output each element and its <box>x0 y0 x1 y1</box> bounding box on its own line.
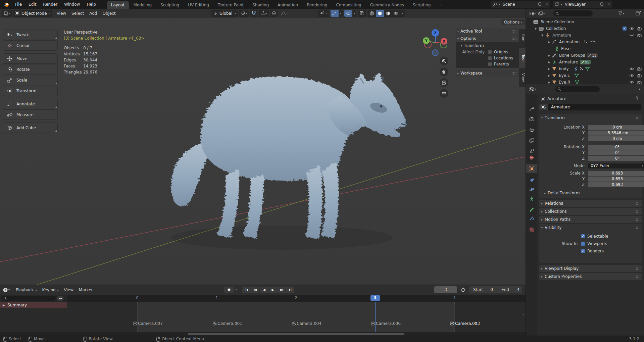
show-gizmo-toggle[interactable] <box>331 10 339 17</box>
jump-to-start-button[interactable]: |◀ <box>242 287 251 293</box>
menu-file[interactable]: File <box>12 0 25 9</box>
workspace-tab-sculpting[interactable]: Sculpting <box>156 1 184 9</box>
disable-render-icon[interactable] <box>637 34 642 37</box>
grip-icon[interactable] <box>634 218 640 221</box>
previous-keyframe-button[interactable]: ◀◆ <box>251 287 259 293</box>
current-frame-field[interactable]: 3 <box>434 286 457 293</box>
workspace-tab-rendering[interactable]: Rendering <box>302 1 332 9</box>
marker-label[interactable]: Camera.007 <box>138 321 163 326</box>
timeline-editor-selector[interactable]: ▾ <box>3 287 10 293</box>
pan-button[interactable] <box>440 67 448 76</box>
panel-workspace[interactable]: ▸Workspace <box>456 70 519 77</box>
workspace-tab-geometry-nodes[interactable]: Geometry Nodes <box>366 1 408 9</box>
unlink-scene-icon[interactable]: ✕ <box>543 1 550 8</box>
camera-view-button[interactable] <box>440 78 448 87</box>
tool-add-cube[interactable]: Add Cube <box>3 123 58 133</box>
row-label[interactable]: Scene Collection <box>541 19 574 24</box>
tab-bone-constraint[interactable] <box>526 213 537 222</box>
pin-icon[interactable] <box>635 96 639 100</box>
gizmo-z-axis[interactable]: Z <box>432 29 439 37</box>
tab-world[interactable] <box>526 153 537 162</box>
scene-name[interactable]: Scene <box>500 2 536 7</box>
checkbox-label[interactable]: Origins <box>494 50 508 54</box>
outliner-row-bone-groups[interactable]: ▶ Bone Groups 11 <box>526 52 644 59</box>
menu-render[interactable]: Render <box>40 0 61 9</box>
section-viewport-display[interactable]: ▸Viewport Display <box>539 265 642 272</box>
hide-eye-icon[interactable] <box>629 67 634 70</box>
mode-selector[interactable]: Object Mode ▾ <box>13 10 52 17</box>
menu-edit[interactable]: Edit <box>25 0 40 9</box>
scale-y-field[interactable]: 0.693 <box>588 177 644 182</box>
tab-physics[interactable] <box>526 185 537 194</box>
timeline-scrollbar-thumb[interactable] <box>188 333 404 335</box>
playhead-label[interactable]: 3 <box>370 295 380 301</box>
outliner-search-input[interactable] <box>553 10 593 16</box>
region-collapse-arrow[interactable]: ‹ <box>523 312 524 316</box>
panel-active-tool[interactable]: ▾Active Tool <box>456 28 519 35</box>
section-collections[interactable]: ▸Collections <box>539 208 642 215</box>
disable-render-icon[interactable] <box>637 67 642 71</box>
checkbox-locations[interactable] <box>488 56 492 60</box>
disable-render-icon[interactable] <box>637 74 642 78</box>
marker-camera-007[interactable]: Camera.007 <box>133 321 163 326</box>
play-reverse-button[interactable]: ◀ <box>260 287 268 293</box>
object-name-field[interactable]: Armature <box>548 104 641 110</box>
workspace-tab-texture-paint[interactable]: Texture Paint <box>213 1 248 9</box>
tool-annotate[interactable]: Annotate <box>3 99 58 109</box>
menu-keying[interactable]: Keying ▾ <box>39 288 61 292</box>
tab-object-data[interactable] <box>526 194 537 203</box>
marker-camera-001[interactable]: Camera.001 <box>212 321 242 326</box>
outliner-row-pose[interactable]: Pose <box>526 45 644 52</box>
disable-render-icon[interactable] <box>637 81 642 84</box>
checkbox-label[interactable]: Locations <box>494 56 513 60</box>
timeline-ruler[interactable]: 0 1 2 4 3 <box>67 295 526 302</box>
workspace-tab-animation[interactable]: Animation <box>273 1 302 9</box>
menu-object[interactable]: Object <box>100 11 118 16</box>
menu-view-tl[interactable]: View <box>61 288 76 292</box>
editor-type-selector[interactable]: ▾ <box>2 10 12 17</box>
tab-material[interactable] <box>526 225 537 234</box>
tool-move[interactable]: Move <box>3 53 58 64</box>
section-relations[interactable]: ▸Relations <box>539 200 642 207</box>
outliner-row-armature-object[interactable]: ▼ Armature <box>526 32 644 39</box>
row-label[interactable]: body <box>559 66 569 71</box>
outliner-row-animation[interactable]: ▶ Animation <box>526 39 644 45</box>
rotation-x-field[interactable]: 0° <box>588 145 644 150</box>
end-frame-field[interactable]: 4 <box>517 287 520 292</box>
sidebar-tab-tool[interactable]: Tool <box>519 49 526 67</box>
marker-camera-004[interactable]: Camera.004 <box>292 321 321 326</box>
tool-transform[interactable]: Transform <box>3 86 58 96</box>
checkbox-label[interactable]: Selectable <box>587 234 608 239</box>
grip-icon[interactable] <box>634 267 640 270</box>
workspace-tab-layout[interactable]: Layout <box>107 1 129 9</box>
section-custom-properties[interactable]: ▸Custom Properties <box>539 273 642 280</box>
outliner-row-eye-l[interactable]: ▶ Eye.L <box>526 72 644 79</box>
object-type-dropdown[interactable]: ▾ <box>539 104 548 110</box>
marker-label[interactable]: Camera.003 <box>455 321 480 326</box>
show-object-types-icon[interactable] <box>318 10 326 17</box>
viewport-3d[interactable]: Z Y X Tweak Cursor Move R <box>0 18 526 285</box>
hide-eye-icon[interactable] <box>629 74 634 77</box>
disable-render-icon[interactable] <box>637 27 642 31</box>
shading-wireframe-button[interactable] <box>368 10 376 17</box>
expand-icon[interactable]: ▶ <box>547 54 551 57</box>
auto-keying-button[interactable] <box>224 287 234 293</box>
tab-constraints[interactable] <box>526 176 537 184</box>
workspace-tab-scripting[interactable]: Scripting <box>408 1 435 9</box>
workspace-tab-uv-editing[interactable]: UV Editing <box>184 1 213 9</box>
viewlayer-name[interactable]: ViewLayer <box>562 2 598 7</box>
hide-eye-icon[interactable] <box>629 27 634 30</box>
add-workspace-button[interactable]: + <box>435 1 447 9</box>
rotation-mode-dropdown[interactable]: XYZ Euler <box>588 163 644 168</box>
play-button[interactable]: ▶ <box>268 287 277 293</box>
menu-select[interactable]: Select <box>69 11 87 16</box>
grip-icon[interactable] <box>511 37 517 40</box>
expand-icon[interactable]: ▶ <box>547 41 551 44</box>
row-label[interactable]: Pose <box>561 46 571 51</box>
renders-checkbox[interactable]: ✓ <box>581 249 585 253</box>
snap-with-dropdown[interactable]: ▾ <box>259 10 269 17</box>
row-label[interactable]: Armature <box>559 60 578 64</box>
expand-icon[interactable]: ▶ <box>547 67 551 70</box>
workspace-tab-modeling[interactable]: Modeling <box>129 1 156 9</box>
transform-panel-header[interactable]: ▾Transform <box>539 114 642 121</box>
